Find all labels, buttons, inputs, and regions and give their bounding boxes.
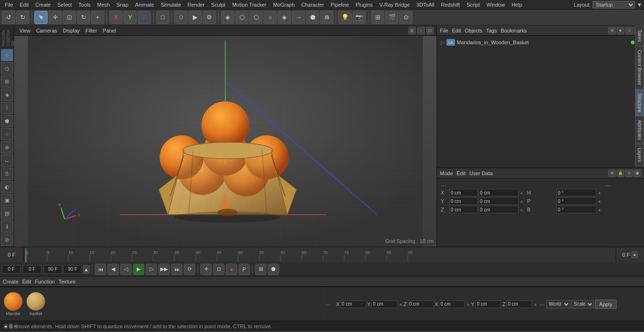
coord-z2-input[interactable]: 0 cm	[506, 300, 532, 308]
attr-search-btn[interactable]: ⊞	[608, 170, 616, 177]
viewport-menu-cameras[interactable]: Cameras	[34, 27, 60, 34]
coord-world-select[interactable]: World Object	[546, 300, 570, 308]
attr-grid-btn[interactable]: ▣	[634, 170, 641, 177]
live-select-tool[interactable]: ○	[1, 128, 13, 140]
floor-button[interactable]: ⬡	[235, 11, 248, 24]
layers-tab[interactable]: Layers	[635, 144, 644, 166]
apply-button[interactable]: Apply	[595, 300, 617, 309]
mat-create-menu[interactable]: Create	[3, 279, 18, 284]
coord-x2-input[interactable]: 0 cm	[439, 300, 465, 308]
menu-help[interactable]: Help	[509, 1, 525, 8]
polygon-button[interactable]: ⬟	[306, 11, 319, 24]
attr-p-input[interactable]: 0 °	[556, 197, 596, 205]
timeline-settings-btn[interactable]: ▲	[631, 251, 638, 258]
sphere-button[interactable]: ○	[264, 11, 277, 24]
prev-frame-btn[interactable]: ◀	[107, 264, 119, 275]
next-keyframe-btn[interactable]: ▷	[146, 264, 157, 275]
attr-lock-btn[interactable]: 🔒	[617, 170, 624, 177]
coord-y1-input[interactable]: 0 cm	[372, 300, 397, 308]
viewport-menu-panel[interactable]: Panel	[100, 27, 118, 34]
menu-motion-tracker[interactable]: Motion Tracker	[229, 1, 269, 8]
menu-redshift[interactable]: Redshift	[438, 1, 462, 8]
start-frame-input[interactable]	[2, 265, 21, 274]
menu-render[interactable]: Render	[185, 1, 207, 8]
render-settings-button[interactable]: ⚙	[203, 11, 216, 24]
attr-circle-btn[interactable]: ⊙	[625, 170, 633, 177]
objects-search-icon[interactable]: ⊞	[608, 27, 616, 34]
objects-back-icon[interactable]: ◁	[625, 27, 633, 34]
status-icon2[interactable]: ○	[9, 324, 13, 329]
goto-start-btn[interactable]: ⏮	[95, 264, 106, 275]
attr-h-input[interactable]: 0 °	[556, 189, 596, 196]
z-axis-button[interactable]: Z	[138, 11, 151, 24]
menu-simulate[interactable]: Simulate	[158, 1, 184, 8]
attr-x-pos-input[interactable]: 0 cm	[449, 189, 478, 196]
camera-button[interactable]: 📷	[353, 11, 366, 24]
menu-pipeline[interactable]: Pipeline	[328, 1, 352, 8]
autokey-btn[interactable]: ⊡	[213, 264, 224, 275]
lamp-button[interactable]: ⊙	[399, 11, 413, 24]
menu-create[interactable]: Create	[33, 1, 54, 8]
attributes-tab[interactable]: Attributes	[635, 116, 644, 144]
material-basket[interactable]: basket	[25, 292, 46, 316]
add-keyframe-btn[interactable]: ✛	[200, 264, 212, 275]
object-mode-button[interactable]: □	[156, 11, 169, 24]
menu-mograph[interactable]: MoGraph	[270, 1, 297, 8]
status-icon1[interactable]: ●	[4, 324, 8, 329]
play-btn[interactable]: ▶	[133, 264, 144, 275]
end-frame-input2[interactable]	[63, 265, 82, 274]
object-item-mandarins[interactable]: ▷ L0 Mandarins_in_Wooden_Basket	[439, 38, 642, 47]
move-tool-button[interactable]: ✛	[49, 11, 62, 24]
edge-tool[interactable]: ⌇	[1, 102, 13, 114]
free-select-tool[interactable]: ⊕	[1, 141, 13, 154]
viewport-menu-display[interactable]: Display	[60, 27, 82, 34]
select-tool-button[interactable]	[34, 11, 48, 24]
menu-3dtoall[interactable]: 3DToAll	[413, 1, 437, 8]
takes-tab[interactable]: Takes	[635, 25, 644, 46]
coord-z1-input[interactable]: 0 cm	[408, 300, 434, 308]
render-view-btn[interactable]: ⬟	[268, 264, 279, 275]
attr-x-pos-input2[interactable]: 0 cm	[479, 189, 519, 196]
nurbs-button[interactable]: ◈	[278, 11, 291, 24]
attr-y-pos-input[interactable]: 0 cm	[449, 197, 478, 205]
polygon-sel-tool[interactable]: ⬟	[1, 115, 13, 127]
attr-z-pos-input2[interactable]: 0 cm	[479, 206, 519, 213]
next-frame-btn[interactable]: ▶▶	[158, 264, 170, 275]
mat-edit-menu[interactable]: Edit	[22, 279, 31, 284]
scale-tool-button[interactable]: ⊡	[63, 11, 76, 24]
material-mandarin[interactable]: Mandar	[3, 292, 24, 316]
current-frame-input[interactable]	[23, 265, 41, 274]
loop-btn[interactable]: ⟳	[184, 264, 195, 275]
objects-bookmarks-menu[interactable]: Bookmarks	[501, 28, 527, 33]
viewport-settings-icon[interactable]: ⊡	[426, 27, 434, 34]
viewport-maximize-icon[interactable]: ⊞	[408, 27, 416, 34]
timeline-ruler[interactable]: 0 5 10 15 20 25 30 35 40 45 50 55 60 65 …	[24, 247, 616, 262]
menu-script[interactable]: Script	[464, 1, 483, 8]
menu-edit[interactable]: Edit	[17, 1, 32, 8]
attr-z-pos-input[interactable]: 0 cm	[449, 206, 478, 213]
objects-file-menu[interactable]: File	[440, 28, 448, 33]
record-btn[interactable]: ●	[226, 264, 237, 275]
coord-y2-input[interactable]: 0 cm	[475, 300, 501, 308]
render-region-button[interactable]: ⬡	[174, 11, 188, 24]
menu-file[interactable]: File	[2, 1, 16, 8]
rotate-tool-button[interactable]: ↻	[77, 11, 90, 24]
deform-tool[interactable]: ⊘	[1, 234, 13, 246]
structure-tab[interactable]: Structure	[635, 89, 644, 116]
frame-up-btn[interactable]: ▲	[83, 265, 90, 274]
end-frame-input[interactable]	[43, 265, 62, 274]
attr-userdata-menu[interactable]: User Data	[470, 170, 493, 176]
prev-keyframe-btn[interactable]: ◁	[120, 264, 132, 275]
arrow-button[interactable]: →	[292, 11, 305, 24]
scene-canvas[interactable]: X Y Z	[14, 36, 437, 247]
s-tool[interactable]: S	[1, 168, 13, 180]
uvw-mode-tool[interactable]: ⊞	[1, 75, 13, 88]
cube-button[interactable]: ⬡	[249, 11, 263, 24]
coord-x1-input[interactable]: 0 cm	[340, 300, 366, 308]
content-browser-tab[interactable]: Content Browser	[635, 46, 644, 89]
menu-mesh[interactable]: Mesh	[94, 1, 113, 8]
mat-texture-menu[interactable]: Texture	[58, 279, 75, 284]
vertex-tool[interactable]: ◈	[1, 89, 13, 101]
menu-select[interactable]: Select	[55, 1, 75, 8]
viewport[interactable]: View Cameras Display Filter Panel ⊞ ↔ ⊡ …	[14, 25, 437, 247]
